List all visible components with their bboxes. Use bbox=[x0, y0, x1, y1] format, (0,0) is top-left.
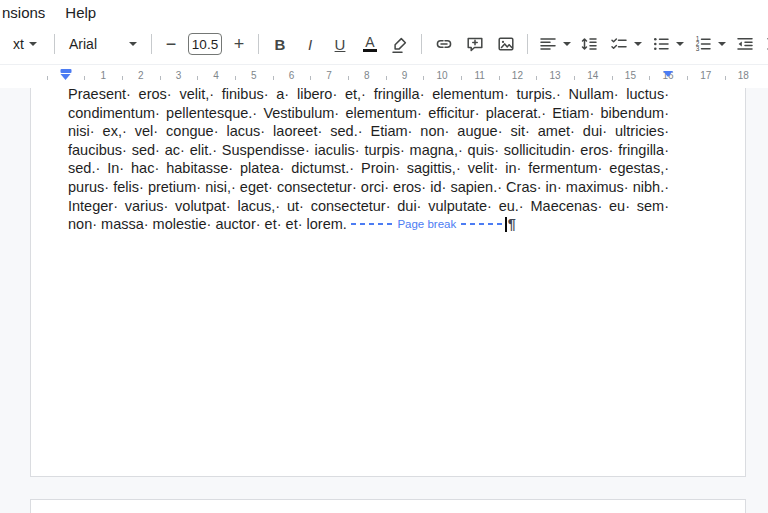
ruler-number: 2 bbox=[138, 70, 144, 81]
checklist-dropdown[interactable] bbox=[604, 30, 646, 58]
ruler-number: 13 bbox=[550, 70, 561, 81]
google-docs-app: nsions Help xt Arial − 10.5 + B I U A bbox=[0, 0, 768, 513]
ruler-number: 18 bbox=[738, 70, 749, 81]
paragraph-text: Praesent· eros· velit,· finibus· a· libe… bbox=[68, 88, 669, 232]
ruler-tick bbox=[197, 76, 198, 80]
ruler-tick bbox=[649, 76, 650, 80]
ruler-number: 1 bbox=[100, 70, 106, 81]
ruler-number: 7 bbox=[326, 70, 332, 81]
ruler-tick bbox=[235, 76, 236, 80]
chevron-down-icon bbox=[29, 42, 37, 46]
highlight-color-button[interactable] bbox=[385, 30, 415, 58]
page-break-dash bbox=[351, 223, 393, 225]
checklist-icon bbox=[609, 34, 629, 54]
menu-help[interactable]: Help bbox=[65, 4, 96, 21]
text-color-swatch bbox=[363, 49, 377, 52]
ruler-number: 12 bbox=[512, 70, 523, 81]
align-left-icon bbox=[538, 34, 558, 54]
ruler-tick bbox=[47, 76, 48, 80]
insert-link-button[interactable] bbox=[428, 30, 459, 58]
chevron-down-icon bbox=[676, 42, 684, 46]
ruler-tick bbox=[687, 76, 688, 80]
toolbar: xt Arial − 10.5 + B I U A bbox=[0, 24, 768, 64]
text-color-letter: A bbox=[365, 36, 374, 48]
comment-add-icon bbox=[465, 34, 485, 54]
line-spacing-icon bbox=[579, 34, 599, 54]
ruler-tick bbox=[536, 76, 537, 80]
decrease-indent-button[interactable] bbox=[730, 30, 760, 58]
ruler-tick bbox=[386, 76, 387, 80]
left-indent-triangle bbox=[60, 74, 70, 80]
increase-font-size-button[interactable]: + bbox=[226, 30, 252, 58]
chevron-down-icon bbox=[718, 42, 726, 46]
toolbar-divider bbox=[527, 34, 528, 54]
ruler-tick bbox=[423, 76, 424, 80]
font-name-label: Arial bbox=[69, 36, 97, 52]
chevron-down-icon bbox=[129, 42, 137, 46]
decrease-indent-icon bbox=[735, 34, 755, 54]
image-icon bbox=[496, 34, 516, 54]
bulleted-list-icon bbox=[651, 34, 671, 54]
insert-image-button[interactable] bbox=[490, 30, 521, 58]
page-break-label: Page break bbox=[392, 215, 461, 234]
chevron-down-icon bbox=[634, 42, 642, 46]
ruler-number: 11 bbox=[475, 70, 485, 81]
pilcrow-mark: ¶ bbox=[508, 216, 516, 232]
highlighter-icon bbox=[390, 34, 410, 54]
ruler-tick bbox=[499, 76, 500, 80]
menu-bar: nsions Help bbox=[0, 0, 768, 24]
decrease-font-size-button[interactable]: − bbox=[158, 30, 184, 58]
numbered-list-dropdown[interactable]: 123 bbox=[688, 30, 730, 58]
ruler-number: 4 bbox=[213, 70, 219, 81]
ruler-tick bbox=[348, 76, 349, 80]
right-indent-marker[interactable] bbox=[663, 71, 673, 77]
ruler-tick bbox=[122, 76, 123, 80]
page-break-dash bbox=[461, 223, 503, 225]
link-icon bbox=[434, 34, 454, 54]
italic-button[interactable]: I bbox=[295, 30, 325, 58]
ruler-number: 5 bbox=[251, 70, 257, 81]
bold-button[interactable]: B bbox=[265, 30, 295, 58]
paragraph-style-dropdown[interactable]: xt bbox=[2, 30, 48, 58]
toolbar-divider bbox=[421, 34, 422, 54]
ruler-number: 15 bbox=[625, 70, 636, 81]
text-color-button[interactable]: A bbox=[355, 30, 385, 58]
chevron-down-icon bbox=[563, 42, 571, 46]
first-line-indent-marker[interactable] bbox=[60, 69, 71, 73]
document-page[interactable]: Praesent· eros· velit,· finibus· a· libe… bbox=[30, 88, 746, 477]
ruler-tick bbox=[725, 76, 726, 80]
font-size-input[interactable]: 10.5 bbox=[188, 33, 222, 55]
increase-indent-button[interactable] bbox=[760, 30, 768, 58]
ruler: 123456789101112131415161718 bbox=[0, 64, 768, 88]
svg-text:3: 3 bbox=[695, 45, 699, 52]
ruler-tick bbox=[574, 76, 575, 80]
ruler-tick bbox=[461, 76, 462, 80]
menu-extensions[interactable]: nsions bbox=[2, 4, 45, 21]
numbered-list-icon: 123 bbox=[693, 34, 713, 54]
left-indent-marker[interactable] bbox=[60, 69, 71, 80]
ruler-tick bbox=[612, 76, 613, 80]
ruler-tick bbox=[84, 76, 85, 80]
ruler-tick bbox=[160, 76, 161, 80]
font-dropdown[interactable]: Arial bbox=[61, 30, 145, 58]
ruler-number: 3 bbox=[176, 70, 182, 81]
toolbar-divider bbox=[151, 34, 152, 54]
ruler-tick bbox=[273, 76, 274, 80]
line-spacing-button[interactable] bbox=[574, 30, 604, 58]
paragraph[interactable]: Praesent· eros· velit,· finibus· a· libe… bbox=[68, 88, 669, 235]
align-dropdown[interactable] bbox=[534, 30, 574, 58]
ruler-number: 17 bbox=[700, 70, 711, 81]
ruler-number: 10 bbox=[437, 70, 448, 81]
ruler-number: 6 bbox=[289, 70, 295, 81]
toolbar-divider bbox=[54, 34, 55, 54]
ruler-number: 9 bbox=[402, 70, 408, 81]
add-comment-button[interactable] bbox=[459, 30, 490, 58]
next-page[interactable] bbox=[30, 499, 746, 513]
underline-button[interactable]: U bbox=[325, 30, 355, 58]
bulleted-list-dropdown[interactable] bbox=[646, 30, 688, 58]
paragraph-style-label: xt bbox=[13, 36, 24, 52]
ruler-number: 14 bbox=[587, 70, 598, 81]
ruler-tick bbox=[310, 76, 311, 80]
toolbar-divider bbox=[258, 34, 259, 54]
document-canvas: Praesent· eros· velit,· finibus· a· libe… bbox=[0, 88, 768, 513]
